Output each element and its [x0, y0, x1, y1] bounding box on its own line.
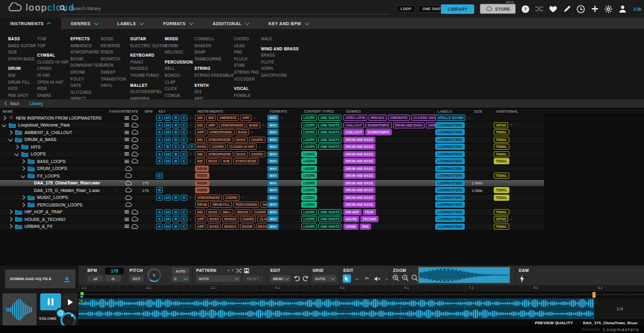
format-badge[interactable]: WAV: [267, 158, 279, 164]
format-badge[interactable]: WAV: [267, 195, 279, 201]
column-header-bpm[interactable]: BPM: [145, 110, 158, 113]
file-row[interactable]: DAA_175_G_Hidden_Riser_1.wav♡175BRISERWA…: [0, 187, 544, 195]
more-chevron-icon[interactable]: »: [242, 195, 244, 200]
library-button[interactable]: LIBRARY: [441, 4, 474, 14]
more-chevron-icon[interactable]: »: [189, 116, 192, 120]
key-badge[interactable]: A: [156, 223, 163, 230]
folder-row[interactable]: HOUSE_&_TECHNOAA#BC»ARPBASSBONGOCHORDCLA…: [0, 216, 544, 223]
instrument-badge[interactable]: BRASS: [256, 223, 267, 230]
tab-additional[interactable]: ADDITIONAL: [203, 18, 258, 29]
play-button[interactable]: [63, 293, 77, 310]
waveform-display[interactable]: B: [79, 298, 594, 319]
label-badge[interactable]: LOOPMASTERS: [435, 172, 465, 179]
key-badge[interactable]: B: [172, 223, 179, 230]
pitch-knob[interactable]: [147, 268, 161, 282]
menu-item[interactable]: SWEEP: [101, 69, 130, 76]
key-badge[interactable]: B: [172, 137, 179, 143]
column-header-additional[interactable]: ADDITIONAL: [496, 110, 547, 113]
menu-item[interactable]: GATE: [70, 82, 101, 89]
format-badge[interactable]: WAV: [267, 144, 279, 150]
instrument-badge[interactable]: ARP: [195, 216, 206, 222]
menu-item[interactable]: CHORD: [234, 36, 261, 43]
cursor-tool-button[interactable]: [343, 274, 351, 283]
menu-category-header[interactable]: SYNTH: [194, 82, 234, 89]
additional-badge[interactable]: TONAL: [494, 129, 509, 135]
key-badge[interactable]: A#: [164, 137, 171, 143]
key-badge[interactable]: A#: [164, 151, 171, 157]
key-badge[interactable]: C: [180, 209, 187, 215]
undo-icon[interactable]: [294, 276, 300, 281]
more-chevron-icon[interactable]: »: [467, 116, 470, 120]
zoom-fit-icon[interactable]: [411, 274, 418, 281]
key-badge[interactable]: C: [180, 129, 187, 135]
content-type-badge[interactable]: ONE SHOTS: [318, 115, 341, 121]
column-header-state[interactable]: STATE: [127, 110, 145, 113]
instrument-badge[interactable]: 808: [195, 209, 205, 215]
grid-dropdown[interactable]: AUTO: [313, 275, 336, 282]
column-header-content-types[interactable]: CONTENT TYPES: [304, 110, 346, 113]
menu-category-header[interactable]: CYMBAL: [37, 52, 70, 59]
column-header-instruments[interactable]: INSTRUMENTS: [197, 110, 270, 113]
format-badge[interactable]: WAV: [267, 137, 279, 143]
instrument-badge[interactable]: ARP: [195, 129, 206, 135]
pattern-reset-button[interactable]: RESET: [243, 275, 263, 282]
key-badge[interactable]: A#: [164, 122, 171, 128]
instrument-badge[interactable]: CHORD: [209, 144, 226, 150]
menu-item[interactable]: DOWNSHIFTER: [70, 62, 101, 69]
label-badge[interactable]: LOOPMASTERS: [435, 137, 465, 143]
genre-badge[interactable]: BREAKS: [369, 115, 387, 121]
key-badge[interactable]: A#: [164, 195, 171, 201]
instrument-badge[interactable]: BASS: [195, 144, 208, 150]
bpm-double-button[interactable]: x2: [87, 275, 103, 282]
instrument-badge[interactable]: 303: [195, 115, 205, 121]
more-chevron-icon[interactable]: »: [510, 217, 513, 222]
pattern-save-icon[interactable]: [244, 268, 249, 273]
additional-badge[interactable]: 16THS: [494, 216, 508, 222]
genre-badge[interactable]: CHILLOUT: [343, 129, 364, 135]
additional-badge[interactable]: TONAL: [494, 187, 509, 193]
content-type-badge[interactable]: LOOPS: [301, 151, 317, 157]
key-badge[interactable]: A#: [164, 223, 171, 230]
menu-item[interactable]: CLICK: [165, 86, 194, 93]
menu-item[interactable]: RIM SHOT: [8, 93, 37, 99]
menu-item[interactable]: 303: [194, 89, 234, 96]
pitch-key-dropdown[interactable]: C: [172, 275, 189, 282]
expander-closed-icon[interactable]: [8, 217, 13, 222]
shuffle-icon[interactable]: [535, 5, 543, 13]
back-button[interactable]: Back: [11, 101, 19, 106]
key-badge[interactable]: A#: [164, 158, 171, 164]
tab-instruments[interactable]: INSTRUMENTS: [0, 18, 61, 29]
genre-badge[interactable]: DOWNTEMPO: [365, 122, 392, 128]
content-type-badge[interactable]: LOOPS: [301, 223, 317, 230]
column-header-formats[interactable]: FORMATS: [270, 110, 304, 113]
key-badge[interactable]: B: [172, 209, 179, 215]
instrument-badge[interactable]: BASS: [235, 151, 248, 157]
help-icon[interactable]: ?: [521, 5, 530, 13]
more-chevron-icon[interactable]: »: [510, 123, 513, 127]
instrument-badge[interactable]: SYNTH BASS: [233, 158, 258, 164]
instrument-badge[interactable]: BRASS: [235, 209, 250, 215]
loop-start-marker[interactable]: [80, 292, 84, 295]
key-badge[interactable]: A: [156, 158, 163, 164]
favourite-heart-icon[interactable]: ♡: [114, 181, 118, 185]
settings-icon[interactable]: [604, 5, 613, 13]
instrument-badge[interactable]: 808: [195, 122, 205, 128]
label-badge[interactable]: LOOPMASTERS: [435, 209, 465, 215]
key-badge[interactable]: A#: [164, 115, 171, 121]
pattern-prev-icon[interactable]: ‹: [228, 268, 230, 273]
key-badge[interactable]: B: [172, 115, 179, 121]
label-badge[interactable]: LOOPMASTERS: [435, 129, 465, 135]
expander-open-icon[interactable]: [2, 123, 6, 127]
pitch-oct-button[interactable]: OCT: [130, 275, 143, 282]
menu-item[interactable]: SNARE: [37, 93, 70, 99]
key-badge[interactable]: C: [180, 137, 187, 143]
fade-tool-icon[interactable]: ←: [383, 274, 391, 283]
menu-item[interactable]: STRING PAD: [234, 69, 261, 76]
format-badge[interactable]: WAV: [267, 151, 279, 157]
more-chevron-icon[interactable]: »: [280, 116, 283, 120]
menu-item[interactable]: TRANSITION: [101, 76, 130, 83]
expander-closed-icon[interactable]: [2, 116, 6, 120]
key-badge[interactable]: B: [156, 187, 163, 193]
content-type-badge[interactable]: ONE SHOTS: [318, 122, 341, 128]
key-badge[interactable]: A: [156, 195, 163, 201]
